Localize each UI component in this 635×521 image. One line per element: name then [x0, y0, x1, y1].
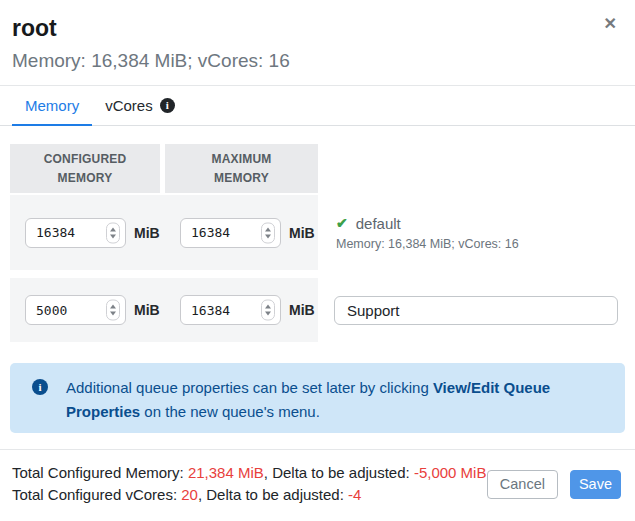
alert-text-before: Additional queue properties can be set l…	[66, 379, 433, 396]
tab-vcores-label: vCores	[105, 97, 153, 114]
memory-delta-label: , Delta to be adjusted:	[264, 464, 414, 481]
save-button[interactable]: Save	[570, 470, 621, 499]
maximum-memory-field	[180, 295, 281, 325]
info-icon: i	[32, 379, 48, 395]
total-memory-label: Total Configured Memory:	[12, 464, 188, 481]
maximum-memory-cell: MiB	[165, 295, 318, 325]
configured-memory-cell: MiB	[10, 295, 165, 325]
memory-inputs-cell: MiB MiB	[10, 195, 318, 270]
cancel-button[interactable]: Cancel	[487, 470, 558, 499]
total-vcores-value: 20	[181, 486, 198, 503]
queue-config-modal: root ✕ Memory: 16,384 MiB; vCores: 16 Me…	[0, 0, 635, 506]
vcores-delta-label: , Delta to be adjusted:	[198, 486, 348, 503]
configured-memory-cell: MiB	[10, 218, 165, 248]
new-queue-name-cell	[318, 278, 618, 342]
modal-footer: Total Configured Memory: 21,384 MiB, Del…	[0, 449, 635, 506]
unit-label: MiB	[289, 225, 315, 241]
unit-label: MiB	[134, 225, 160, 241]
memory-inputs-cell: MiB MiB	[10, 278, 318, 342]
configured-memory-field	[25, 295, 126, 325]
queue-name: default	[356, 215, 401, 232]
tab-memory[interactable]: Memory	[12, 86, 92, 126]
table-row: MiB MiB	[10, 278, 625, 342]
unit-label: MiB	[134, 302, 160, 318]
modal-header: root ✕ Memory: 16,384 MiB; vCores: 16	[0, 0, 635, 86]
maximum-memory-field	[180, 218, 281, 248]
modal-body: Configured Memory Maximum Memory MiB	[0, 144, 635, 433]
column-header-configured-memory: Configured Memory	[10, 144, 160, 193]
stepper-icon[interactable]	[261, 222, 275, 243]
alert-text-after: on the new queue's menu.	[140, 403, 320, 420]
stepper-icon[interactable]	[106, 222, 120, 243]
column-header-maximum-memory: Maximum Memory	[165, 144, 318, 193]
tab-memory-label: Memory	[25, 97, 79, 114]
total-vcores-label: Total Configured vCores:	[12, 486, 181, 503]
vcores-delta-value: -4	[348, 486, 361, 503]
page-title: root	[12, 15, 619, 41]
queue-name-input[interactable]	[334, 296, 618, 325]
memory-delta-value: -5,000 MiB	[414, 464, 487, 481]
total-memory-value: 21,384 MiB	[188, 464, 264, 481]
total-memory-line: Total Configured Memory: 21,384 MiB, Del…	[12, 462, 486, 484]
table-row: MiB MiB ✔ default Memory: 16,384 MiB; vC…	[10, 195, 625, 270]
info-alert-text: Additional queue properties can be set l…	[66, 376, 591, 423]
check-icon: ✔	[336, 215, 348, 231]
table-header-row: Configured Memory Maximum Memory	[10, 144, 625, 193]
info-alert: i Additional queue properties can be set…	[10, 363, 625, 433]
queue-name-row: ✔ default	[336, 215, 519, 232]
configured-memory-field	[25, 218, 126, 248]
close-icon[interactable]: ✕	[600, 14, 621, 34]
unit-label: MiB	[289, 302, 315, 318]
queue-info: ✔ default Memory: 16,384 MiB; vCores: 16	[318, 195, 519, 270]
stepper-icon[interactable]	[106, 300, 120, 321]
maximum-memory-cell: MiB	[165, 218, 318, 248]
footer-actions: Cancel Save	[487, 470, 621, 499]
info-icon: i	[160, 98, 175, 113]
totals-summary: Total Configured Memory: 21,384 MiB, Del…	[12, 462, 486, 506]
queue-details: Memory: 16,384 MiB; vCores: 16	[336, 237, 519, 251]
tab-vcores[interactable]: vCores i	[92, 86, 188, 126]
modal-subtitle: Memory: 16,384 MiB; vCores: 16	[12, 50, 619, 72]
stepper-icon[interactable]	[261, 300, 275, 321]
total-vcores-line: Total Configured vCores: 20, Delta to be…	[12, 484, 486, 506]
tab-bar: Memory vCores i	[0, 86, 635, 126]
